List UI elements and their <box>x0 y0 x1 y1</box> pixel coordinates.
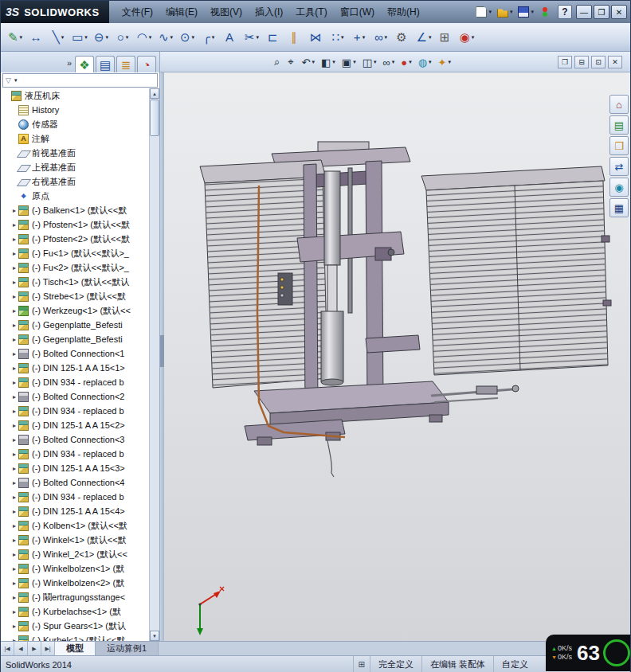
tab-featuremanager[interactable]: ❖ <box>75 56 94 72</box>
expander-icon[interactable]: ▸ <box>10 594 18 601</box>
expander-icon[interactable]: ▸ <box>10 393 18 400</box>
tree-item[interactable]: ▸ (-) DIN 934 - replaced b <box>1 375 149 389</box>
tab-nav-button[interactable]: ▶ <box>28 642 41 655</box>
new-document-button[interactable]: ▾ <box>474 6 493 18</box>
expander-icon[interactable]: ▸ <box>10 465 18 472</box>
tree-item[interactable]: ▸ (-) Fu<1> (默认<<默认>_ <box>1 246 149 260</box>
zoom-to-fit-button[interactable]: ⌕ <box>272 54 284 70</box>
tree-item[interactable]: ▸ (-) Bolted Connection<2 <box>1 389 149 404</box>
tree-item[interactable]: ▸ (-) Strebe<1> (默认<<默 <box>1 289 149 303</box>
tree-item[interactable]: ▸ (-) DIN 934 - replaced b <box>1 490 149 504</box>
tree-item[interactable]: A 注解 <box>1 131 149 146</box>
zoom-to-area-button[interactable]: ⌖ <box>285 54 297 70</box>
expander-icon[interactable]: ▸ <box>10 336 18 343</box>
sketch-button[interactable]: ✎▾ <box>5 26 25 49</box>
tab-nav-button[interactable]: ◀ <box>14 642 28 655</box>
tree-item[interactable]: ▸ (-) Kurbel<1> (默认<<默 <box>1 633 149 641</box>
doc-maximize-button[interactable]: ⊡ <box>591 56 606 68</box>
expander-icon[interactable]: ▸ <box>10 350 18 357</box>
sketch-text-button[interactable]: A <box>220 26 241 49</box>
study-tab[interactable]: 模型 <box>55 642 96 655</box>
tree-item[interactable]: ▸ (-) Bolted Connection<4 <box>1 475 149 490</box>
expander-icon[interactable]: ▸ <box>10 551 18 558</box>
expander-icon[interactable]: ▸ <box>10 221 18 229</box>
expander-icon[interactable]: ▸ <box>10 537 18 544</box>
tree-item[interactable]: ▸ (-) DIN 934 - replaced b <box>1 447 149 461</box>
record-toggle-button[interactable] <box>538 6 554 18</box>
menu-item[interactable]: 工具(T) <box>289 3 333 21</box>
panel-overflow-chevron[interactable]: » <box>67 58 73 68</box>
expander-icon[interactable]: ▸ <box>10 379 18 386</box>
sketch-fillet-button[interactable]: ╭▾ <box>198 26 219 49</box>
scroll-up-button[interactable]: ▲ <box>150 88 159 99</box>
tree-item[interactable]: ▸ (-) Pfosten<2> (默认<<默 <box>1 232 149 246</box>
tree-item[interactable]: ▸ (-) Fu<2> (默认<<默认>_ <box>1 260 149 275</box>
expander-icon[interactable]: ▸ <box>10 623 18 630</box>
linear-sketch-pattern-button[interactable]: ∷▾ <box>327 26 348 49</box>
tree-item[interactable]: ▸ (-) DIN 125-1 A A 15<3> <box>1 461 149 475</box>
menu-item[interactable]: 编辑(E) <box>159 3 204 21</box>
expander-icon[interactable]: ▸ <box>10 207 18 214</box>
tab-configurationmanager[interactable]: ≣ <box>116 56 135 72</box>
convert-entities-button[interactable]: ⊏ <box>263 26 284 49</box>
display-delete-relations-button[interactable]: ∞▾ <box>370 26 391 49</box>
tree-item[interactable]: ▸ (-) Winkelbolzen<2> (默 <box>1 576 149 590</box>
expander-icon[interactable]: ▸ <box>10 580 18 587</box>
tree-scrollbar[interactable]: ▲ ▼ <box>149 88 159 641</box>
straight-slot-button[interactable]: ⊖▾ <box>91 26 112 49</box>
close-button[interactable]: ✕ <box>611 5 627 19</box>
expander-icon[interactable]: ▸ <box>10 264 18 272</box>
expander-icon[interactable]: ▸ <box>10 565 18 572</box>
expander-icon[interactable]: ▸ <box>10 307 18 315</box>
custom-properties-tab[interactable]: ▦ <box>609 198 629 217</box>
previous-view-button[interactable]: ↶▾ <box>300 55 317 70</box>
expander-icon[interactable]: ▸ <box>10 436 18 443</box>
scroll-down-button[interactable]: ▼ <box>150 631 159 641</box>
expander-icon[interactable]: ▸ <box>10 451 18 458</box>
tree-item[interactable]: History <box>1 103 149 117</box>
expander-icon[interactable]: ▸ <box>10 479 18 486</box>
tab-displaymanager[interactable]: ◔ <box>137 56 156 72</box>
expander-icon[interactable]: ▸ <box>10 365 18 372</box>
overlay-ring-icon[interactable] <box>603 639 630 666</box>
tree-item[interactable]: ▸ (-) Tisch<1> (默认<<默认 <box>1 275 149 289</box>
menu-item[interactable]: 窗口(W) <box>334 3 381 21</box>
tree-item[interactable]: ▸ (-) DIN 125-1 A A 15<2> <box>1 418 149 432</box>
section-view-button[interactable]: ◧▾ <box>319 55 338 70</box>
tree-item[interactable]: ▸ (-) DIN 934 - replaced b <box>1 404 149 418</box>
instant2d-button[interactable]: ◉▾ <box>457 26 477 49</box>
menu-item[interactable]: 帮助(H) <box>381 3 426 21</box>
tree-item[interactable]: ▸ (-) Pfosten<1> (默认<<默 <box>1 217 149 232</box>
expander-icon[interactable]: ▸ <box>10 422 18 429</box>
tree-item[interactable]: ▸ (-) Bolted Connection<1 <box>1 346 149 361</box>
tree-item[interactable]: ▸ (-) Werkzeug<1> (默认<< <box>1 303 149 318</box>
line-button[interactable]: ╲▾ <box>48 26 69 49</box>
tab-nav-button[interactable]: |◀ <box>1 642 14 655</box>
tree-item[interactable]: ▸ (-) Bolted Connection<3 <box>1 432 149 447</box>
repair-sketch-button[interactable]: ⚙ <box>392 26 413 49</box>
study-tab[interactable]: 运动算例1 <box>96 642 159 655</box>
expander-icon[interactable]: ▸ <box>10 608 18 615</box>
expander-icon[interactable]: ▸ <box>10 293 18 300</box>
corner-rectangle-button[interactable]: ▭▾ <box>69 26 90 49</box>
expander-icon[interactable]: ▸ <box>10 279 18 286</box>
menu-item[interactable]: 视图(V) <box>204 3 249 21</box>
tree-root-item[interactable]: 液压机床 <box>1 88 149 103</box>
spline-button[interactable]: ∿▾ <box>155 26 176 49</box>
expander-icon[interactable]: ▸ <box>10 522 18 529</box>
tab-propertymanager[interactable]: ▤ <box>96 56 115 72</box>
quick-snaps-button[interactable]: ∠▾ <box>413 26 434 49</box>
appearances-scenes-tab[interactable]: ◉ <box>609 178 629 197</box>
maximize-button[interactable]: ❐ <box>594 5 609 19</box>
menu-item[interactable]: 插入(I) <box>249 3 289 21</box>
ellipse-button[interactable]: ⊙▾ <box>177 26 198 49</box>
graphics-viewport[interactable]: ⌂ ▤ ❒ ⇄ ◉ <box>164 72 630 641</box>
tree-item[interactable]: ▸ (-) 鬫ertragungsstange< <box>1 590 149 604</box>
tree-item[interactable]: 右视基准面 <box>1 174 149 189</box>
save-button[interactable]: ▾ <box>516 6 535 18</box>
tree-item[interactable]: ⌖ 原点 <box>1 189 149 203</box>
tree-item[interactable]: ▸ (-) Gegenplatte_Befesti <box>1 332 149 346</box>
design-library-tab[interactable]: ▤ <box>609 115 629 135</box>
mirror-entities-button[interactable]: ⋈ <box>306 26 327 49</box>
display-style-button[interactable]: ◫▾ <box>360 55 379 70</box>
